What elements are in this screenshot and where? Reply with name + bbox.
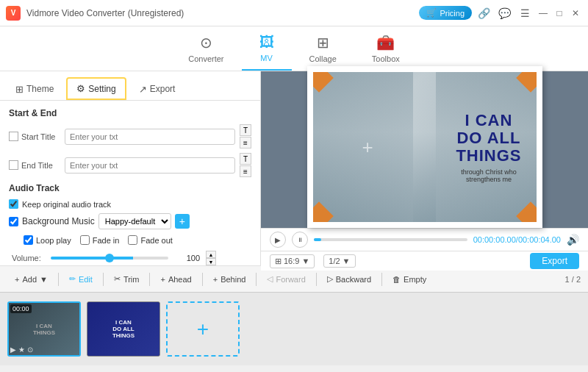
keep-original-label: Keep original audio track [22,200,111,209]
backward-icon: ▷ [327,274,333,284]
titlebar: V Vidmore Video Converter (Unregistered)… [0,0,588,26]
filmstrip-thumb-1[interactable]: I CAN THINGS ▶ ★ ⊙ 00:00 [7,301,81,357]
behind-icon: + [213,275,218,284]
edit-button[interactable]: ✏ Edit [62,271,100,287]
filmstrip-add-btn[interactable]: + [166,301,240,357]
volume-down-btn[interactable]: ▼ [206,258,216,265]
panel-tabs: ⊞ Theme ⚙ Setting ↗ Export [0,71,260,101]
audio-track-section: Audio Track Keep original audio track Ba… [9,183,251,265]
toolbar-separator-4 [202,273,203,286]
end-title-font-btn[interactable]: T [240,153,251,165]
tab-collage[interactable]: ⊞ Collage [292,29,354,71]
menu-icon-button[interactable]: ☰ [516,4,534,22]
toolbox-icon: 🧰 [376,34,395,51]
preview-text: I CAN DO ALL THINGS through Christ who s… [456,112,521,183]
tab-theme[interactable]: ⊞ Theme [6,79,63,99]
filmstrip-thumb-2[interactable]: I CAN DO ALL THINGS [87,301,160,357]
filmstrip: I CAN THINGS ▶ ★ ⊙ 00:00 I CAN DO ALL TH… [0,292,588,365]
keep-original-checkbox[interactable] [9,199,18,209]
bg-music-select[interactable]: Happy-default Romantic Energetic Calm [98,213,171,229]
chat-icon-button[interactable]: 💬 [495,4,513,22]
aspect-ratio-icon: ⊞ [275,257,282,266]
tab-setting[interactable]: ⚙ Setting [66,77,126,100]
bg-music-label: Background Music [22,216,95,226]
volume-icon[interactable]: 🔊 [567,234,579,246]
empty-button[interactable]: 🗑 Empty [385,272,434,287]
export-button[interactable]: Export [530,253,579,269]
bg-music-add-btn[interactable]: + [175,214,190,229]
end-title-checkbox[interactable] [9,160,18,170]
background-music-row: Background Music Happy-default Romantic … [9,213,251,229]
toolbar-separator-3 [149,273,150,286]
volume-slider[interactable] [51,257,168,260]
theme-grid-icon: ⊞ [15,84,24,95]
playback-bar: ▶ ⏸ 00:00:00.00/00:00:04.00 🔊 [261,228,588,251]
edit-icon: ✏ [69,274,76,284]
left-panel: ⊞ Theme ⚙ Setting ↗ Export Start & End S… [0,71,261,265]
close-button[interactable]: ✕ [569,7,582,20]
format-bar: ⊞ 16:9 ▼ 1/2 ▼ Export [261,251,588,271]
progress-bar[interactable] [314,238,467,241]
start-title-label: Start Title [21,132,55,141]
forward-icon: ◁ [267,274,273,284]
fade-in-label: Fade in [93,236,120,245]
pricing-button[interactable]: 🛒 Pricing [419,6,472,20]
loop-play-label: Loop play [36,236,71,245]
toolbar-separator-6 [316,273,317,286]
loop-play-checkbox[interactable] [24,235,33,245]
panel-content: Start & End Start Title T ≡ End Title [0,101,260,265]
toolbar-separator-1 [58,273,59,286]
volume-up-btn[interactable]: ▲ [206,251,216,258]
fraction-select[interactable]: 1/2 ▼ [323,254,355,268]
aspect-ratio-select[interactable]: ⊞ 16:9 ▼ [270,254,315,268]
fade-out-item: Fade out [128,235,172,245]
start-title-input[interactable] [65,129,235,145]
keep-original-row: Keep original audio track [9,199,251,209]
start-title-checkbox[interactable] [9,132,18,141]
collage-icon: ⊞ [317,34,329,51]
add-button[interactable]: + Add ▼ [7,272,55,287]
end-title-align-btn[interactable]: ≡ [240,165,251,177]
add-icon: + [15,275,19,284]
backward-button[interactable]: ▷ Backward [320,271,379,287]
link-icon-button[interactable]: 🔗 [475,4,492,22]
fade-in-item: Fade in [80,235,120,245]
start-title-align-btn[interactable]: ≡ [240,137,251,149]
setting-gear-icon: ⚙ [76,83,85,94]
fade-out-checkbox[interactable] [128,235,137,245]
minimize-button[interactable]: — [537,7,550,20]
export-arrow-icon: ↗ [139,84,147,95]
app-title: Vidmore Video Converter (Unregistered) [26,8,419,18]
start-title-font-btn[interactable]: T [240,124,251,136]
time-display: 00:00:00.00/00:00:04.00 [473,235,561,244]
fade-in-checkbox[interactable] [80,235,90,245]
tab-converter[interactable]: ⊙ Converter [171,29,241,71]
maximize-button[interactable]: □ [553,7,566,20]
thumb1-controls: ▶ ★ ⊙ [10,346,33,354]
bg-music-checkbox[interactable] [9,217,18,226]
preview-frame: I CAN DO ALL THINGS through Christ who s… [307,66,542,228]
forward-button[interactable]: ◁ Forward [259,271,312,287]
main-content: ⊞ Theme ⚙ Setting ↗ Export Start & End S… [0,71,588,265]
trim-button[interactable]: ✂ Trim [107,271,147,287]
audio-track-title: Audio Track [9,183,251,193]
end-title-input[interactable] [65,157,235,174]
stop-button[interactable]: ⏸ [292,232,308,248]
tab-toolbox[interactable]: 🧰 Toolbox [354,29,417,71]
ratio-chevron-icon: ▼ [301,257,309,265]
preview-sub-text: through Christ who strengthens me [456,168,521,182]
toolbar-separator-7 [381,273,382,286]
filmstrip-add-icon: + [197,318,209,341]
tab-export[interactable]: ↗ Export [129,79,185,99]
thumb2-text: I CAN DO ALL THINGS [87,302,159,356]
cart-icon: 🛒 [426,8,437,18]
play-button[interactable]: ▶ [270,232,286,248]
behind-button[interactable]: + Behind [206,272,254,287]
app-icon: V [6,6,21,21]
volume-value: 100 [174,254,200,262]
tab-mv[interactable]: 🖼 MV [242,29,292,71]
progress-fill [314,238,321,241]
toolbar-separator-2 [103,273,104,286]
titlebar-actions: 🛒 Pricing 🔗 💬 ☰ — □ ✕ [419,4,582,22]
ahead-button[interactable]: + Ahead [153,272,198,287]
